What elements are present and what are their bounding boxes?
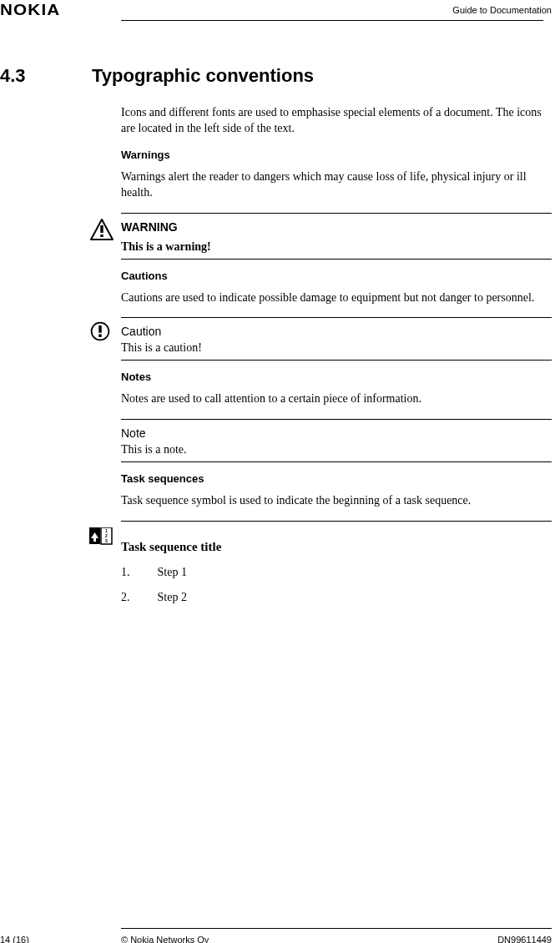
copyright: © Nokia Networks Oy	[121, 935, 209, 943]
page-number: 14 (16)	[0, 935, 29, 943]
task-sequence-icon: 1 2 3	[89, 527, 114, 546]
caution-callout: Caution This is a caution!	[121, 317, 552, 361]
tasks-heading: Task sequences	[121, 472, 552, 485]
note-callout-heading: Note	[121, 426, 552, 440]
svg-rect-5	[98, 335, 101, 337]
guide-label: Guide to Documentation	[452, 5, 552, 15]
task-step-1: 1. Step 1	[121, 566, 552, 579]
svg-rect-2	[100, 234, 103, 237]
caution-callout-heading: Caution	[121, 325, 552, 338]
section-title: Typographic conventions	[92, 65, 314, 87]
warning-callout: WARNING This is a warning!	[121, 213, 552, 260]
tasks-desc: Task sequence symbol is used to indicate…	[121, 493, 552, 509]
warnings-desc: Warnings alert the reader to dangers whi…	[121, 169, 552, 201]
note-callout-text: This is a note.	[121, 443, 552, 456]
task-step-2: 2. Step 2	[121, 591, 552, 604]
task-sequence-title: Task sequence title	[121, 540, 552, 554]
step-number: 2.	[121, 591, 154, 604]
caution-circle-icon	[89, 320, 114, 345]
header-rule	[121, 20, 543, 21]
svg-text:3: 3	[105, 538, 108, 543]
step-text: Step 1	[158, 566, 187, 578]
doc-id: DN99611449	[497, 935, 552, 943]
cautions-heading: Cautions	[121, 270, 552, 282]
warning-callout-text: This is a warning!	[121, 240, 552, 254]
svg-rect-8	[93, 537, 96, 542]
step-number: 1.	[121, 566, 154, 579]
note-callout: Note This is a note.	[121, 419, 552, 462]
caution-callout-text: This is a caution!	[121, 341, 552, 355]
cautions-desc: Cautions are used to indicate possible d…	[121, 290, 552, 306]
warning-callout-heading: WARNING	[121, 220, 552, 234]
warnings-heading: Warnings	[121, 149, 552, 161]
section-number: 4.3	[0, 65, 26, 87]
step-text: Step 2	[158, 591, 187, 603]
notes-desc: Notes are used to call attention to a ce…	[121, 391, 552, 407]
intro-paragraph: Icons and different fonts are used to em…	[121, 105, 552, 137]
footer-rule	[121, 928, 552, 929]
task-sequence-block: 1 2 3 Task sequence title 1. Step 1 2. S…	[121, 521, 552, 604]
notes-heading: Notes	[121, 371, 552, 383]
nokia-logo: NOKIA	[0, 2, 60, 19]
svg-rect-1	[100, 225, 103, 233]
warning-triangle-icon	[89, 218, 114, 243]
svg-rect-4	[98, 326, 101, 334]
